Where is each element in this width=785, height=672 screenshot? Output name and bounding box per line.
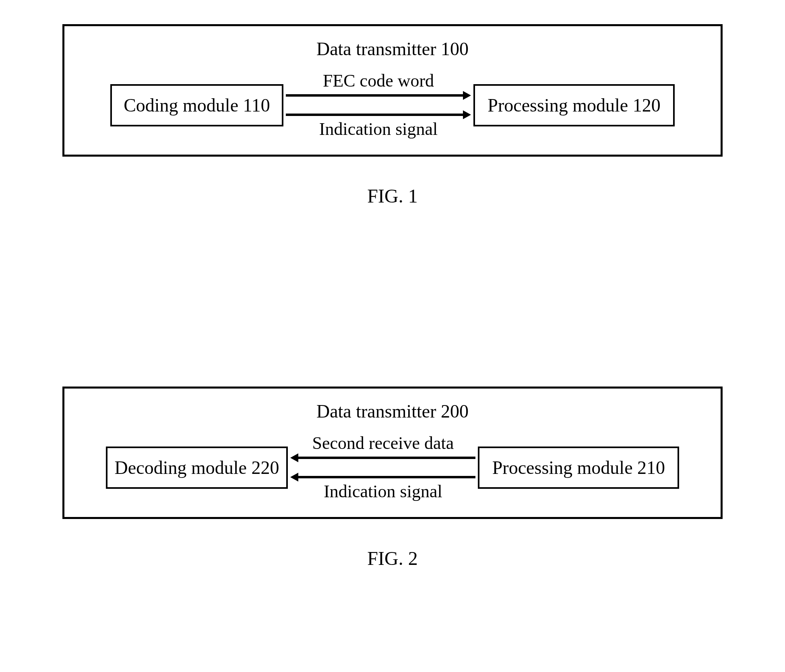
arrow-bottom: Indication signal [286,110,471,139]
arrows-column: FEC code word Indication signal [286,72,471,139]
processing-module-120-box: Processing module 120 [473,84,675,126]
svg-marker-5 [290,453,298,462]
outer-title: Data transmitter 200 [64,401,721,422]
arrow-left-icon [290,473,475,482]
svg-marker-7 [290,473,298,482]
arrow-label: FEC code word [323,72,434,90]
arrows-column: Second receive data Indication signal [290,434,475,501]
data-transmitter-200-box: Data transmitter 200 Decoding module 220… [62,387,723,519]
arrow-left-icon [290,453,475,462]
processing-module-210-box: Processing module 210 [478,447,679,489]
arrow-top: FEC code word [286,72,471,100]
arrow-label: Indication signal [324,482,442,501]
data-transmitter-100-box: Data transmitter 100 Coding module 110 F… [62,24,723,157]
arrow-top: Second receive data [290,434,475,462]
figure-1: Data transmitter 100 Coding module 110 F… [62,24,723,207]
figure-caption: FIG. 2 [62,547,723,569]
svg-marker-3 [463,110,471,119]
arrow-label: Indication signal [319,120,438,139]
arrow-right-icon [286,110,471,119]
arrow-label: Second receive data [312,434,454,453]
figure-2: Data transmitter 200 Decoding module 220… [62,387,723,569]
arrow-bottom: Indication signal [290,473,475,501]
coding-module-110-box: Coding module 110 [110,84,283,126]
arrow-right-icon [286,91,471,100]
outer-title: Data transmitter 100 [64,38,721,60]
module-row: Decoding module 220 Second receive data … [64,434,721,501]
figure-caption: FIG. 1 [62,185,723,207]
decoding-module-220-box: Decoding module 220 [106,447,288,489]
svg-marker-1 [463,91,471,100]
module-row: Coding module 110 FEC code word Indicati… [64,72,721,139]
